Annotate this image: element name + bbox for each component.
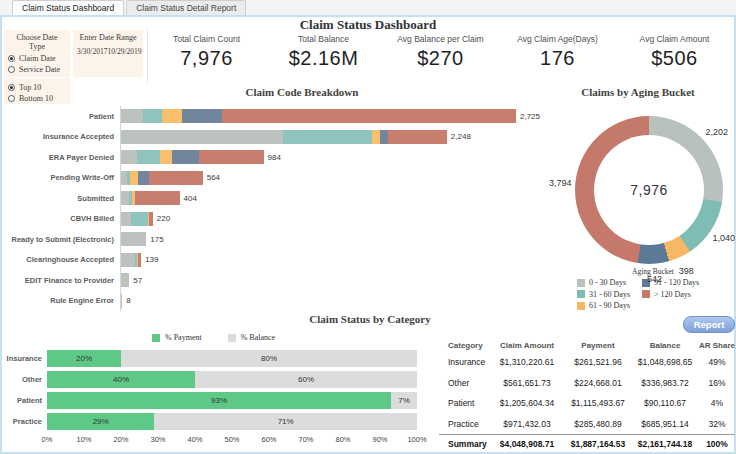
claim-code-bar[interactable] bbox=[121, 212, 153, 226]
date-range-filter-label: Enter Date Range bbox=[77, 33, 139, 42]
claim-code-row: Patient2,725 bbox=[2, 106, 542, 127]
bar-segment--balance[interactable]: 71% bbox=[154, 413, 417, 430]
bar-segment--payment[interactable]: 40% bbox=[47, 371, 195, 388]
table-cell-category: Practice bbox=[439, 419, 489, 429]
table-cell-value: Claim Amount bbox=[489, 341, 565, 350]
bar-segment-61-90-days[interactable] bbox=[160, 150, 172, 164]
bar-segment--120-days[interactable] bbox=[222, 109, 516, 123]
bar-segment--payment[interactable]: 20% bbox=[47, 350, 121, 367]
legend-label: % Balance bbox=[241, 333, 275, 342]
radio-icon[interactable] bbox=[8, 66, 15, 73]
table-row[interactable]: Patient$1,205,604.34$1,115,493.67$90,110… bbox=[439, 393, 735, 414]
bar-segment-0-30-days[interactable] bbox=[121, 273, 129, 287]
legend-item-61-90-days[interactable]: 61 - 90 Days bbox=[577, 301, 630, 310]
bar-segment-61-90-days[interactable] bbox=[372, 130, 380, 144]
bar-segment--120-days[interactable] bbox=[149, 212, 153, 226]
bar-segment-31-60-days[interactable] bbox=[283, 130, 372, 144]
date-type-filter: Choose Date Type Claim DateService Date bbox=[4, 30, 70, 77]
radio-date-type-claim-date[interactable]: Claim Date bbox=[8, 54, 66, 63]
legend-item--payment[interactable]: % Payment bbox=[152, 333, 202, 342]
bar-segment-0-30-days[interactable] bbox=[121, 253, 135, 267]
donut-slice-value: 398 bbox=[679, 266, 694, 276]
tab-claim-status-detail-report[interactable]: Claim Status Detail Report bbox=[126, 0, 246, 15]
date-range-start[interactable]: 3/30/2017 bbox=[77, 47, 107, 56]
radio-top-bottom-bottom-10[interactable]: Bottom 10 bbox=[8, 94, 66, 103]
aging-bucket-donut[interactable]: 7,976 bbox=[575, 116, 723, 264]
claim-code-value: 220 bbox=[157, 214, 170, 223]
bar-segment-31-60-days[interactable] bbox=[137, 150, 160, 164]
table-cell-value: 16% bbox=[699, 378, 735, 388]
report-button[interactable]: Report bbox=[683, 316, 735, 333]
bar-segment--balance[interactable]: 60% bbox=[195, 371, 417, 388]
x-axis-tick: 80% bbox=[335, 435, 350, 444]
bar-segment--120-days[interactable] bbox=[149, 171, 203, 185]
bar-segment--120-days[interactable] bbox=[199, 150, 263, 164]
claim-code-label: CBVH Billed bbox=[2, 214, 120, 223]
claim-code-value: 2,725 bbox=[520, 112, 540, 121]
bar-segment-31-60-days[interactable] bbox=[143, 109, 162, 123]
category-bar[interactable]: 29%71% bbox=[47, 413, 417, 430]
radio-date-type-service-date[interactable]: Service Date bbox=[8, 65, 66, 74]
date-range-end[interactable]: 10/29/2019 bbox=[107, 47, 141, 56]
bar-segment-0-30-days[interactable] bbox=[121, 150, 137, 164]
legend-item--balance[interactable]: % Balance bbox=[228, 333, 275, 342]
bar-segment--payment[interactable]: 93% bbox=[47, 392, 391, 409]
claim-code-breakdown-chart: Patient2,725Insurance Accepted2,248ERA P… bbox=[2, 106, 542, 311]
bar-segment-61-90-days[interactable] bbox=[130, 171, 138, 185]
bar-segment-61-90-days[interactable] bbox=[162, 109, 182, 123]
claim-code-bar[interactable] bbox=[121, 294, 122, 308]
claim-code-bar[interactable] bbox=[121, 150, 264, 164]
legend-item-0-30-days[interactable]: 0 - 30 Days bbox=[577, 278, 630, 287]
claim-status-by-category-chart: Insurance20%80%Other40%60%Patient93%7%Pr… bbox=[2, 348, 439, 432]
bar-segment-0-30-days[interactable] bbox=[121, 191, 129, 205]
table-row[interactable]: Practice$971,432.03$285,480.89$685,951.1… bbox=[439, 414, 735, 435]
bar-segment-0-30-days[interactable] bbox=[121, 109, 143, 123]
tab-claim-status-dashboard[interactable]: Claim Status Dashboard bbox=[12, 0, 124, 15]
donut-slice-value: 542 bbox=[647, 274, 662, 284]
bar-segment-0-30-days[interactable] bbox=[121, 212, 131, 226]
legend-item-31-60-days[interactable]: 31 - 60 Days bbox=[577, 290, 630, 299]
bar-segment--120-days[interactable] bbox=[138, 253, 141, 267]
claim-code-bar[interactable] bbox=[121, 109, 516, 123]
claim-code-bar[interactable] bbox=[121, 273, 129, 287]
bar-segment--120-days[interactable] bbox=[388, 130, 447, 144]
radio-label: Service Date bbox=[19, 65, 60, 74]
claim-code-label: Rule Engine Error bbox=[2, 296, 120, 305]
radio-icon[interactable] bbox=[8, 95, 15, 102]
table-row[interactable]: Other$561,651.73$224,668.01$336,983.7216… bbox=[439, 373, 735, 394]
bar-segment--payment[interactable]: 29% bbox=[47, 413, 154, 430]
table-row[interactable]: Insurance$1,310,220.61$261,521.96$1,048,… bbox=[439, 352, 735, 373]
claim-code-breakdown-title: Claim Code Breakdown bbox=[62, 86, 542, 98]
donut-center-total: 7,976 bbox=[594, 135, 704, 245]
bar-segment-0-30-days[interactable] bbox=[121, 130, 283, 144]
radio-icon[interactable] bbox=[8, 84, 15, 91]
table-cell-value: $4,048,908.71 bbox=[489, 439, 565, 449]
claim-code-bar[interactable] bbox=[121, 171, 203, 185]
claim-code-bar[interactable] bbox=[121, 232, 146, 246]
bar-segment-91-120-days[interactable] bbox=[172, 150, 200, 164]
category-bar[interactable]: 20%80% bbox=[47, 350, 417, 367]
bar-segment-91-120-days[interactable] bbox=[380, 130, 387, 144]
radio-icon[interactable] bbox=[8, 55, 15, 62]
claim-code-bar[interactable] bbox=[121, 191, 180, 205]
claim-code-row: Pending Write-Off564 bbox=[2, 168, 542, 189]
bar-segment--balance[interactable]: 80% bbox=[121, 350, 417, 367]
bar-segment-0-30-days[interactable] bbox=[121, 232, 146, 246]
radio-top-bottom-top-10[interactable]: Top 10 bbox=[8, 83, 66, 92]
bar-segment-31-60-days[interactable] bbox=[131, 212, 148, 226]
category-label: Other bbox=[2, 375, 47, 384]
claim-code-bar[interactable] bbox=[121, 253, 141, 267]
bar-segment-91-120-days[interactable] bbox=[182, 109, 223, 123]
category-bar[interactable]: 40%60% bbox=[47, 371, 417, 388]
x-axis-tick: 70% bbox=[298, 435, 313, 444]
category-chart-legend: % Payment% Balance bbox=[152, 333, 392, 342]
bar-segment--balance[interactable]: 7% bbox=[391, 392, 417, 409]
claim-code-bar[interactable] bbox=[121, 130, 447, 144]
bar-segment-91-120-days[interactable] bbox=[138, 171, 148, 185]
bar-segment--120-days[interactable] bbox=[135, 191, 180, 205]
legend-item--120-days[interactable]: > 120 Days bbox=[642, 290, 699, 299]
bar-segment-0-30-days[interactable] bbox=[121, 294, 122, 308]
category-bar[interactable]: 93%7% bbox=[47, 392, 417, 409]
donut-slice-value: 1,040 bbox=[712, 233, 735, 243]
claim-code-value: 8 bbox=[126, 296, 130, 305]
